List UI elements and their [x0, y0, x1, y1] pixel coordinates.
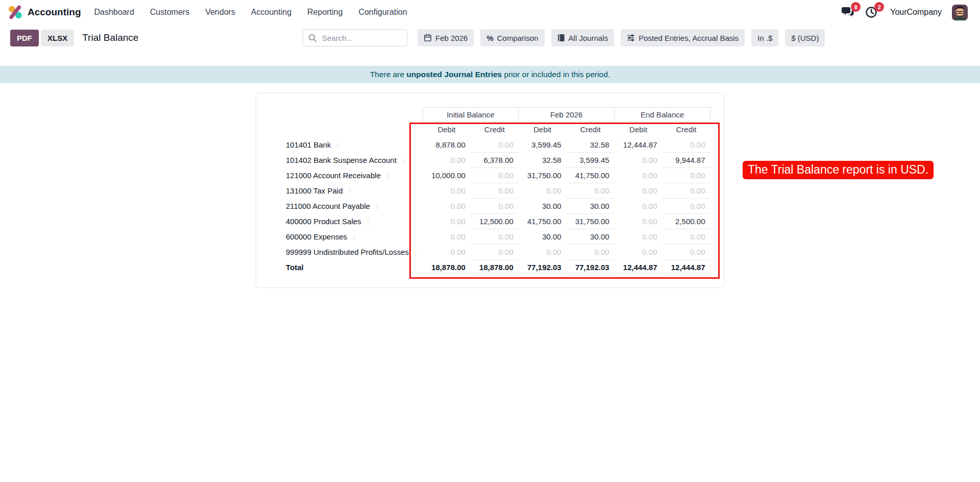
subcolumn-header: Debit [423, 122, 471, 137]
export-xlsx-button[interactable]: XLSX [41, 30, 74, 46]
column-group-header: Initial Balance [423, 108, 519, 122]
kebab-menu-icon[interactable]: ⋮ [346, 187, 353, 195]
amount-cell: 0.00 [615, 214, 663, 229]
in-dollar-filter-button[interactable]: In .$ [751, 29, 778, 46]
amount-cell: 0.00 [615, 245, 663, 260]
activities-count-badge: 2 [874, 2, 884, 12]
subcolumn-header: Debit [615, 122, 663, 137]
journal-book-icon [557, 34, 565, 42]
user-avatar[interactable] [952, 5, 968, 20]
filter-buttons: Feb 2026 % Comparison All Journals [418, 29, 825, 46]
menu-item-reporting[interactable]: Reporting [307, 8, 342, 17]
menu-item-configuration[interactable]: Configuration [358, 8, 407, 17]
kebab-menu-icon[interactable]: ⋮ [412, 249, 419, 256]
account-name[interactable]: 400000 Product Sales [286, 217, 361, 226]
amount-cell: 0.00 [423, 199, 471, 214]
amount-cell: 0.00 [663, 199, 710, 214]
amount-cell: 0.00 [471, 199, 519, 214]
amount-cell: 0.00 [663, 137, 710, 153]
sliders-icon [627, 34, 635, 42]
account-row: 131000 Tax Paid⋮0.000.000.000.000.000.00 [270, 183, 710, 199]
account-name[interactable]: 131000 Tax Paid [286, 186, 342, 195]
amount-cell: 0.00 [471, 183, 519, 199]
column-group-header: Feb 2026 [519, 108, 615, 122]
subcolumns-row: DebitCreditDebitCreditDebitCredit [270, 122, 710, 137]
top-navbar: Accounting Dashboard Customers Vendors A… [0, 0, 980, 25]
amount-cell: 0.00 [423, 229, 471, 245]
total-amount-cell: 77,192.03 [519, 260, 567, 275]
amount-cell: 3,599.45 [567, 153, 615, 168]
export-pdf-button[interactable]: PDF [10, 30, 39, 46]
amount-cell: 0.00 [423, 245, 471, 260]
total-amount-cell: 18,878.00 [423, 260, 471, 275]
subcolumn-header: Credit [567, 122, 615, 137]
amount-cell: 12,500.00 [471, 214, 519, 229]
amount-cell: 31,750.00 [519, 168, 567, 183]
menu-item-vendors[interactable]: Vendors [205, 8, 235, 17]
unposted-entries-alert: There are unposted Journal Entries prior… [0, 66, 980, 83]
account-name[interactable]: 121000 Account Receivable [286, 171, 381, 180]
amount-cell: 0.00 [471, 168, 519, 183]
amount-cell: 0.00 [519, 245, 567, 260]
amount-cell: 30.00 [519, 229, 567, 245]
account-row: 211000 Account Payable⋮0.000.0030.0030.0… [270, 199, 710, 214]
messages-icon[interactable]: 8 [841, 6, 854, 19]
amount-cell: 0.00 [423, 183, 471, 199]
main-menu: Dashboard Customers Vendors Accounting R… [94, 8, 407, 17]
amount-cell: 30.00 [567, 229, 615, 245]
total-amount-cell: 18,878.00 [471, 260, 519, 275]
comparison-filter-button[interactable]: % Comparison [480, 29, 544, 46]
kebab-menu-icon[interactable]: ⋮ [365, 218, 372, 226]
options-filter-button[interactable]: Posted Entries, Accrual Basis [621, 29, 745, 46]
total-amount-cell: 12,444.87 [663, 260, 710, 275]
account-row: 101401 Bank⋮8,878.000.003,599.4532.5812,… [270, 137, 710, 153]
account-name[interactable]: 101401 Bank [286, 140, 331, 149]
account-name[interactable]: 600000 Expenses [286, 232, 347, 241]
menu-item-accounting[interactable]: Accounting [251, 8, 291, 17]
amount-cell: 0.00 [471, 245, 519, 260]
amount-cell: 0.00 [423, 214, 471, 229]
kebab-menu-icon[interactable]: ⋮ [374, 203, 380, 210]
search-icon [308, 34, 317, 42]
total-label: Total [270, 260, 423, 275]
amount-cell: 0.00 [615, 199, 663, 214]
kebab-menu-icon[interactable]: ⋮ [384, 172, 391, 180]
amount-cell: 6,378.00 [471, 153, 519, 168]
app-name[interactable]: Accounting [28, 7, 81, 18]
account-name[interactable]: 999999 Undistributed Profits/Losses [286, 248, 409, 256]
amount-cell: 0.00 [615, 183, 663, 199]
subcolumn-header: Credit [471, 122, 519, 137]
menu-item-dashboard[interactable]: Dashboard [94, 8, 134, 17]
kebab-menu-icon[interactable]: ⋮ [400, 157, 407, 164]
amount-cell: 0.00 [663, 229, 710, 245]
trial-balance-table: Initial BalanceFeb 2026End BalanceDebitC… [270, 107, 710, 275]
account-row: 600000 Expenses⋮0.000.0030.0030.000.000.… [270, 229, 710, 245]
account-name[interactable]: 101402 Bank Suspense Account [286, 156, 397, 164]
amount-cell: 0.00 [615, 153, 663, 168]
amount-cell: 9,944.87 [663, 153, 710, 168]
search-input[interactable] [321, 33, 402, 43]
amount-cell: 0.00 [519, 183, 567, 199]
control-bar: PDF XLSX Trial Balance Feb 2026 % [0, 25, 980, 51]
amount-cell: 41,750.00 [519, 214, 567, 229]
company-switcher[interactable]: YourCompany [890, 8, 942, 17]
kebab-menu-icon[interactable]: ⋮ [334, 141, 341, 149]
amount-cell: 30.00 [567, 199, 615, 214]
accounting-app-logo-icon[interactable] [8, 5, 22, 19]
kebab-menu-icon[interactable]: ⋮ [351, 233, 357, 241]
account-name[interactable]: 211000 Account Payable [286, 202, 370, 210]
journals-filter-button[interactable]: All Journals [551, 29, 615, 46]
alert-text-bold: unposted Journal Entries [406, 70, 502, 79]
subcolumn-header: Debit [519, 122, 567, 137]
search-box[interactable] [303, 29, 407, 46]
column-group-header: End Balance [615, 108, 710, 122]
currency-filter-button[interactable]: $ (USD) [785, 29, 825, 46]
date-filter-button[interactable]: Feb 2026 [418, 29, 474, 46]
column-groups-row: Initial BalanceFeb 2026End Balance [270, 108, 710, 122]
amount-cell: 0.00 [663, 245, 710, 260]
activities-clock-icon[interactable]: 2 [865, 6, 878, 19]
subcolumn-header: Credit [663, 122, 710, 137]
menu-item-customers[interactable]: Customers [150, 8, 189, 17]
navbar-right: 8 2 YourCompany [841, 5, 972, 20]
account-row: 400000 Product Sales⋮0.0012,500.0041,750… [270, 214, 710, 229]
